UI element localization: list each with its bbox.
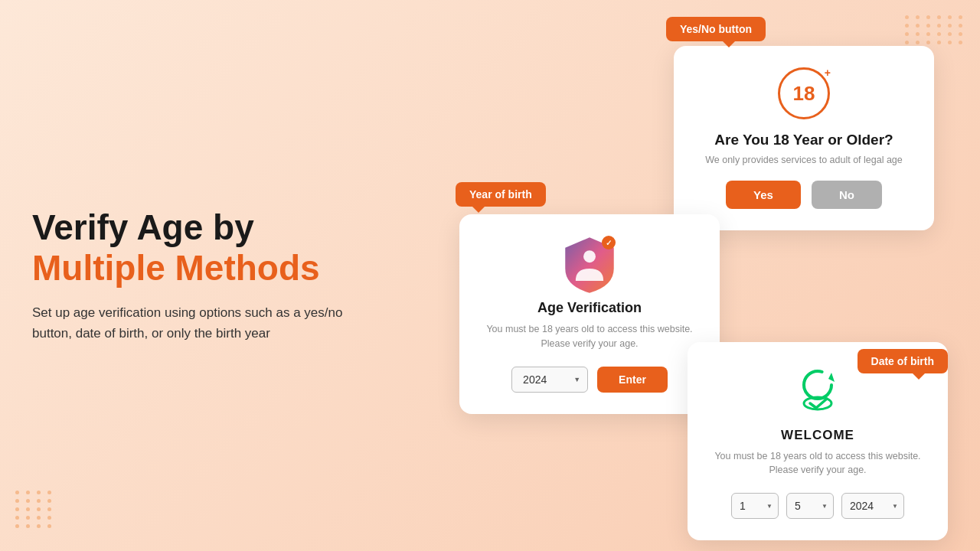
shield-icon: ✓ — [564, 236, 616, 288]
card-yesno-title: Are You 18 Year or Older? — [697, 132, 911, 148]
enter-button[interactable]: Enter — [597, 367, 668, 393]
badge-yesno: Yes/No button — [666, 17, 766, 41]
page-title: Verify Age by Multiple Methods — [32, 207, 354, 289]
cards-area: Yes/No button 18 + Are You 18 Year or Ol… — [398, 0, 980, 551]
yes-button[interactable]: Yes — [726, 181, 801, 209]
decorative-dots-bottom-left — [15, 491, 54, 528]
card-yearofbirth-title: Age Verification — [482, 300, 697, 316]
month-select-wrap: 5 1 12 — [786, 493, 834, 519]
badge-yearofbirth: Year of birth — [456, 182, 546, 207]
welcome-icon — [792, 364, 844, 416]
card-dateofbirth-subtitle: You must be 18 years old to access this … — [710, 449, 925, 478]
svg-point-0 — [583, 250, 596, 262]
svg-marker-2 — [828, 373, 835, 382]
page-description: Set up age verification using options su… — [32, 302, 354, 344]
left-panel: Verify Age by Multiple Methods Set up ag… — [32, 207, 354, 344]
yesno-button-group: Yes No — [697, 181, 911, 209]
card-yesno: 18 + Are You 18 Year or Older? We only p… — [674, 46, 934, 230]
badge-dateofbirth: Date of birth — [858, 349, 948, 373]
title-line2: Multiple Methods — [32, 248, 320, 288]
card-yearofbirth: ✓ Age Verification You must be 18 years … — [459, 214, 720, 414]
year-select-wrap: 2024 2023 2005 — [511, 367, 588, 393]
svg-point-1 — [804, 371, 831, 399]
year-select[interactable]: 2024 2023 2005 — [511, 367, 588, 393]
age-18-icon: 18 + — [778, 67, 830, 119]
year-select-wrap-dob: 2024 2005 2000 — [841, 493, 904, 519]
age-number: 18 — [793, 82, 815, 106]
title-line1: Verify Age by — [32, 207, 254, 247]
day-select[interactable]: 1 2 3 — [731, 493, 779, 519]
card-yesno-subtitle: We only provides services to adult of le… — [697, 155, 911, 165]
month-select[interactable]: 5 1 12 — [786, 493, 834, 519]
card-yearofbirth-subtitle: You must be 18 years old to access this … — [482, 322, 697, 351]
no-button[interactable]: No — [812, 181, 882, 209]
day-select-wrap: 1 2 3 — [731, 493, 779, 519]
card-dateofbirth-title: WELCOME — [710, 428, 925, 443]
date-row: 1 2 3 5 1 12 2024 2005 2000 — [710, 493, 925, 519]
year-row: 2024 2023 2005 Enter — [482, 367, 697, 393]
plus-sign: + — [825, 67, 831, 79]
year-select-dob[interactable]: 2024 2005 2000 — [841, 493, 904, 519]
